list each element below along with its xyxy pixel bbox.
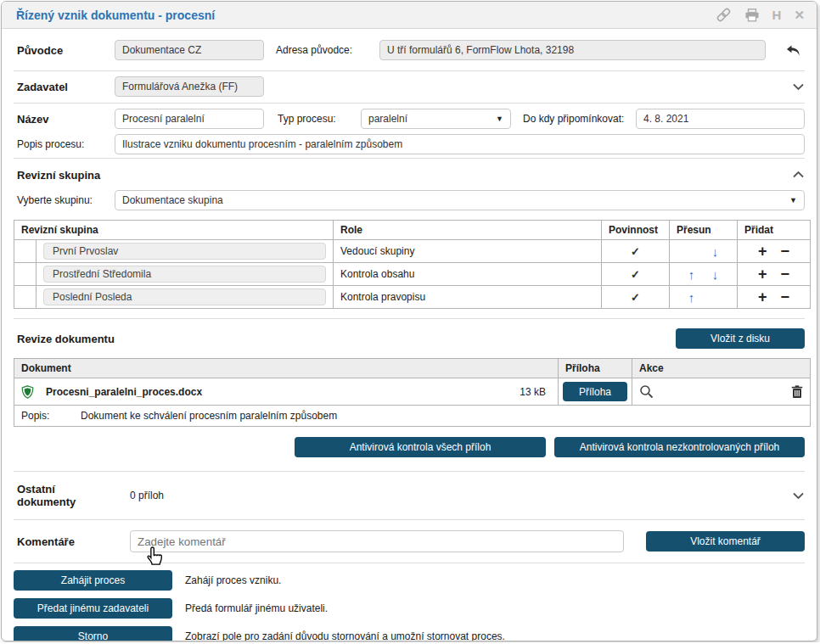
close-icon[interactable]: ✕ (794, 8, 805, 21)
reviewer-name: Poslední Posleda (43, 288, 326, 305)
reviewer-role: Kontrola obsahu (334, 263, 602, 286)
document-description-row: Popis: Dokument ke schválení procesním p… (14, 406, 811, 427)
document-filename[interactable]: Procesni_paralelni_proces.docx (46, 386, 202, 398)
comment-input[interactable] (130, 530, 624, 552)
preview-icon[interactable] (639, 384, 654, 399)
table-row: Poslední Posleda Kontrola pravopisu ✓ ↑↓… (14, 286, 811, 309)
document-size: 13 kB (520, 386, 551, 398)
move-down-icon[interactable]: ↓ (708, 267, 723, 282)
add-reviewer-icon[interactable]: + (758, 266, 767, 282)
hand-over-button[interactable]: Předat jinému zadavateli (14, 598, 172, 619)
document-description: Dokument ke schválení procesním paraleln… (81, 410, 337, 422)
other-documents-chevron-down-icon[interactable] (792, 491, 805, 500)
name-label: Název (14, 113, 115, 126)
print-icon[interactable] (744, 8, 760, 22)
table-row: První Prvoslav Vedoucí skupiny ✓ ↑↓ +− (14, 240, 811, 263)
requester-section: Zadavatel Formulářová Anežka (FF) (14, 71, 805, 104)
other-documents-section: Ostatní dokumenty 0 příloh (14, 472, 805, 520)
select-group-dropdown[interactable]: Dokumentace skupina ▼ (115, 190, 805, 210)
document-description-label: Popis: (21, 410, 81, 422)
row-gutter (14, 286, 37, 309)
antivirus-check-all-button[interactable]: Antivirová kontrola všech příloh (295, 437, 546, 457)
move-up-icon[interactable]: ↑ (684, 267, 699, 282)
requester-field: Formulářová Anežka (FF) (115, 76, 264, 97)
review-group-heading: Revizní skupina (14, 169, 100, 182)
required-check-icon: ✓ (631, 291, 640, 304)
review-group-table: Revizní skupina Role Povinnost Přesun Př… (14, 220, 811, 309)
process-description-label: Popis procesu: (14, 138, 115, 150)
originator-label: Původce (14, 44, 115, 57)
process-description-field[interactable]: Ilustrace vzniku dokumentu procesním - p… (115, 134, 805, 154)
col-header-role: Role (334, 221, 602, 240)
col-header-actions: Akce (632, 359, 811, 378)
remove-reviewer-icon[interactable]: − (781, 266, 790, 282)
remove-reviewer-icon[interactable]: − (781, 244, 790, 259)
link-icon[interactable] (716, 8, 732, 22)
document-row: Procesni_paralelni_proces.docx 13 kB Pří… (14, 378, 811, 406)
col-header-attachment: Příloha (559, 359, 632, 378)
action-row: Storno Zobrazí pole pro zadání důvodu st… (14, 626, 805, 641)
originator-address-label: Adresa původce: (276, 44, 378, 56)
required-check-icon: ✓ (631, 268, 640, 281)
undo-icon[interactable] (784, 44, 801, 57)
col-header-move: Přesun (670, 221, 738, 240)
name-section: Název Procesní paralelní Typ procesu: pa… (14, 104, 805, 159)
insert-from-disk-button[interactable]: Vložit z disku (676, 328, 805, 349)
reviewer-name: První Prvoslav (43, 243, 326, 260)
requester-chevron-down-icon[interactable] (792, 82, 805, 91)
move-down-icon[interactable]: ↓ (708, 244, 723, 259)
antivirus-check-unchecked-button[interactable]: Antivirová kontrola nezkontrolovaných př… (554, 437, 805, 457)
reviewer-role: Kontrola pravopisu (334, 286, 602, 309)
select-group-label: Vyberte skupinu: (14, 194, 115, 206)
documents-table: Dokument Příloha Akce Procesni_paralelni… (14, 358, 811, 427)
action-description: Předá formulář jinému uživateli. (185, 602, 328, 614)
dialog-title: Řízený vznik dokumentu - procesní (16, 8, 215, 22)
action-description: Zobrazí pole pro zadání důvodu stornován… (185, 630, 505, 641)
remind-until-field[interactable]: 4. 8. 2021 (636, 109, 805, 129)
row-gutter (14, 263, 37, 286)
table-row: Prostřední Středomila Kontrola obsahu ✓ … (14, 263, 811, 286)
reviewer-role: Vedoucí skupiny (334, 240, 602, 263)
review-group-chevron-up-icon[interactable] (792, 171, 805, 179)
start-process-button[interactable]: Zahájit proces (14, 570, 172, 591)
title-bar: Řízený vznik dokumentu - procesní H ✕ (2, 2, 817, 29)
add-reviewer-icon[interactable]: + (758, 289, 767, 305)
review-group-header-row: Revizní skupina Role Povinnost Přesun Př… (14, 221, 811, 240)
add-reviewer-icon[interactable]: + (758, 244, 767, 259)
row-gutter (14, 240, 37, 263)
attachment-button[interactable]: Příloha (563, 382, 627, 401)
required-check-icon: ✓ (631, 245, 640, 258)
move-up-icon[interactable]: ↑ (684, 290, 699, 305)
col-header-group: Revizní skupina (14, 221, 334, 240)
select-caret-icon: ▼ (789, 191, 797, 210)
action-row: Zahájit proces Zahájí proces vzniku. (14, 570, 805, 591)
titlebar-actions: H ✕ (716, 8, 805, 22)
revisions-section: Revize dokumentu Vložit z disku Dokument… (14, 319, 805, 472)
process-type-label: Typ procesu: (278, 113, 361, 125)
remind-until-label: Do kdy připomínkovat: (523, 113, 636, 125)
antivirus-shield-icon (21, 385, 34, 399)
select-caret-icon: ▼ (496, 109, 503, 128)
originator-field: Dokumentace CZ (115, 40, 264, 60)
revisions-heading: Revize dokumentu (14, 333, 115, 345)
history-icon[interactable]: H (772, 8, 782, 21)
actions-section: Zahájit proces Zahájí proces vzniku. Pře… (14, 563, 805, 641)
documents-header-row: Dokument Příloha Akce (14, 359, 811, 378)
remove-reviewer-icon[interactable]: − (781, 289, 790, 305)
reviewer-name: Prostřední Středomila (43, 266, 326, 283)
review-group-section: Revizní skupina Vyberte skupinu: Dokumen… (14, 159, 805, 319)
cancel-button[interactable]: Storno (14, 626, 172, 641)
delete-icon[interactable] (791, 385, 803, 399)
insert-comment-button[interactable]: Vložit komentář (646, 531, 805, 552)
col-header-required: Povinnost (602, 221, 670, 240)
name-field[interactable]: Procesní paralelní (115, 109, 264, 129)
originator-address-field: U tří formulářů 6, FormFlow Lhota, 32198 (379, 40, 766, 60)
originator-section: Původce Dokumentace CZ Adresa původce: U… (14, 29, 805, 71)
action-description: Zahájí proces vzniku. (185, 574, 281, 586)
process-type-select[interactable]: paralelní ▼ (361, 109, 511, 129)
requester-label: Zadavatel (14, 81, 115, 93)
comments-heading: Komentáře (14, 535, 115, 548)
action-row: Předat jinému zadavateli Předá formulář … (14, 598, 805, 619)
comments-section: Komentáře Vložit komentář (14, 520, 805, 563)
col-header-document: Dokument (14, 359, 559, 378)
